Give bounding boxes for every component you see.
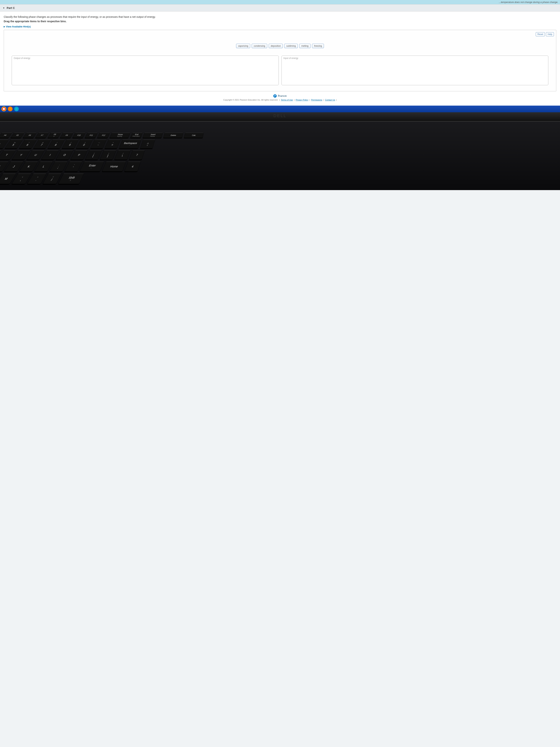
banner-text: ...temperature does not change during a … (499, 1, 558, 3)
question-content: Classify the following phase changes as … (0, 11, 560, 106)
keyboard-key: :; (49, 161, 68, 172)
view-hints-toggle[interactable]: ▶ View Available Hint(s) (4, 25, 556, 28)
bin-output-energy[interactable]: Output of energy (12, 56, 279, 85)
draggable-items-row: vaporizing condensing deposition sublimi… (6, 44, 554, 48)
windows-taskbar[interactable] (0, 106, 560, 112)
keyboard-key: O (56, 150, 73, 160)
reset-button[interactable]: Reset (536, 32, 545, 36)
keyboard-key: Calc (184, 133, 204, 138)
instructions: Classify the following phase changes as … (4, 15, 556, 24)
keyboard-key: F7 (35, 133, 49, 138)
drag-item-vaporizing[interactable]: vaporizing (236, 44, 250, 48)
keyboard-key: F6 (23, 133, 37, 138)
drag-drop-workspace: Reset Help vaporizing condensing deposit… (4, 30, 556, 91)
keyboard-key: += (105, 139, 121, 148)
part-header[interactable]: ▼ Part C (0, 4, 560, 11)
bin-label-input: Input of energy (282, 56, 548, 60)
hint-arrow-icon: ▶ (4, 26, 5, 28)
keyboard-key: |\ (114, 150, 131, 160)
drag-item-subliming[interactable]: subliming (284, 44, 298, 48)
keyboard-key: F11 (85, 133, 98, 138)
link-contact[interactable]: Contact Us (325, 99, 335, 101)
keyboard-key: F9 (60, 133, 73, 138)
bins-row: Output of energy Input of energy (6, 56, 554, 89)
laptop-bezel: DELL (0, 112, 560, 122)
link-permissions[interactable]: Permissions (311, 99, 322, 101)
firefox-icon[interactable] (8, 106, 12, 111)
help-button[interactable]: Help (546, 32, 554, 36)
chrome-icon[interactable] (1, 106, 6, 111)
keyboard-key: EndPrnt Scrn (130, 133, 142, 138)
footer-brand: P Pearson (4, 94, 556, 98)
keyboard-key: )0 (76, 139, 92, 148)
collapse-arrow-icon: ▼ (3, 7, 5, 9)
physical-keyboard: F4F5F6F7F8⎚F9F10F11F12HomeSysRqEndPrnt S… (0, 122, 560, 190)
bin-input-energy[interactable]: Input of energy (282, 56, 549, 85)
keyboard-key: Shift⇧ (58, 174, 84, 184)
keyboard-key: 4 (125, 161, 141, 172)
drag-item-freezing[interactable]: freezing (312, 44, 324, 48)
keyboard-key: (9 (62, 139, 79, 148)
keyboard-key: Backspace← (119, 139, 141, 148)
keyboard-key: 7 (129, 150, 145, 160)
copyright-text: Copyright © 2021 Pearson Education Inc. … (223, 99, 278, 101)
pearson-logo-icon: P (273, 94, 277, 98)
instruction-line1: Classify the following phase changes as … (4, 15, 556, 19)
keyboard-key: Enter← (80, 161, 104, 172)
keyboard-key: —- (90, 139, 107, 148)
keyboard-key: F8⎚ (48, 133, 61, 138)
keyboard-key: Delete (163, 133, 183, 138)
instruction-line2: Drag the appropriate items to their resp… (4, 19, 556, 24)
drag-item-deposition[interactable]: deposition (269, 44, 283, 48)
drag-item-melting[interactable]: melting (299, 44, 311, 48)
keyboard-key: F12 (97, 133, 110, 138)
keyboard-key: *8 (48, 139, 65, 148)
info-banner: ...temperature does not change during a … (0, 0, 560, 4)
link-privacy[interactable]: Privacy Policy (296, 99, 308, 101)
drag-item-condensing[interactable]: condensing (252, 44, 267, 48)
keyboard-key: HomeSysRq (110, 133, 130, 138)
pearson-text: Pearson (278, 94, 287, 98)
link-terms[interactable]: Terms of Use (281, 99, 293, 101)
keyboard-key: P (71, 150, 87, 160)
keyboard-key: "' (64, 161, 82, 172)
edge-icon[interactable] (14, 106, 19, 111)
keyboard-key: F10 (73, 133, 85, 138)
keyboard-key: ⌂9 (140, 139, 155, 148)
keyboard-key: {[ (85, 150, 102, 160)
keyboard-key: F4 (0, 133, 12, 138)
copyright: Copyright © 2021 Pearson Education Inc. … (4, 99, 556, 104)
hints-label: View Available Hint(s) (6, 25, 31, 28)
keyboard-key: F5 (10, 133, 24, 138)
part-label: Part C (7, 6, 15, 9)
keyboard-key: Home (102, 161, 126, 172)
keyboard-key: InsertPause (142, 133, 163, 138)
keyboard-key: }] (100, 150, 116, 160)
bin-label-output: Output of energy (12, 56, 278, 60)
